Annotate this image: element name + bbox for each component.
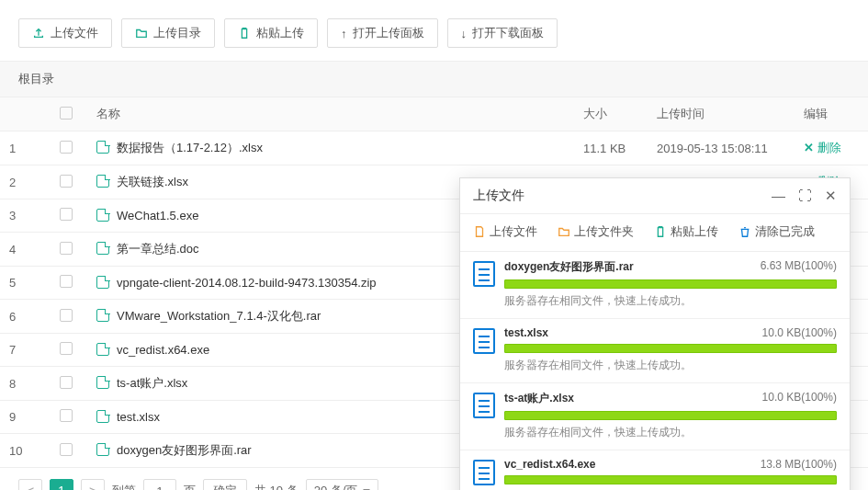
- upload-item: test.xlsx10.0 KB(100%)服务器存在相同文件，快速上传成功。: [460, 319, 850, 383]
- upload-progress-bar: [504, 411, 837, 420]
- file-name: VMware_Workstation_7.1.4-汉化包.rar: [117, 309, 321, 323]
- pager-next-button[interactable]: >: [81, 479, 105, 490]
- file-icon: [96, 343, 109, 356]
- row-checkbox-cell: [51, 233, 87, 267]
- row-name-cell[interactable]: 数据报告（1.17-2.12）.xlsx: [87, 131, 574, 165]
- folder-orange-icon: [558, 225, 570, 238]
- pager-goto-input[interactable]: [143, 479, 176, 490]
- file-icon: [96, 141, 109, 154]
- row-checkbox-cell: [51, 401, 87, 434]
- open-download-panel-button[interactable]: ↓ 打开下载面板: [447, 18, 558, 48]
- upload-item: doxygen友好图形界面.rar6.63 MB(100%)服务器存在相同文件，…: [460, 252, 850, 319]
- upload-item-size: 13.8 MB(100%): [761, 458, 837, 471]
- row-index: 8: [0, 367, 51, 401]
- file-icon: [96, 242, 109, 255]
- breadcrumb-root[interactable]: 根目录: [18, 72, 54, 85]
- pager-prev-button[interactable]: <: [18, 479, 42, 490]
- row-checkbox[interactable]: [60, 376, 73, 389]
- delete-link[interactable]: ✕删除: [804, 141, 841, 154]
- row-checkbox[interactable]: [60, 242, 73, 255]
- upload-item: vc_redist.x64.exe13.8 MB(100%)服务器存在相同文件，…: [460, 450, 850, 490]
- x-icon: ✕: [804, 141, 814, 154]
- document-icon: [473, 328, 495, 354]
- file-name: vpngate-client-2014.08.12-build-9473.130…: [117, 276, 377, 290]
- file-icon: [96, 443, 109, 456]
- col-time-header[interactable]: 上传时间: [648, 97, 795, 131]
- row-op: ✕删除: [795, 131, 868, 165]
- paste-upload-button[interactable]: 粘贴上传: [224, 18, 318, 48]
- row-index: 2: [0, 165, 51, 199]
- open-download-panel-label: 打开下载面板: [472, 25, 544, 41]
- upload-progress-bar: [504, 279, 837, 289]
- upload-dir-label: 上传目录: [153, 25, 201, 41]
- tab-upload-file[interactable]: 上传文件: [473, 223, 537, 240]
- row-checkbox[interactable]: [60, 141, 73, 154]
- select-all-checkbox[interactable]: [60, 107, 73, 120]
- paste-upload-label: 粘贴上传: [256, 25, 304, 41]
- row-checkbox[interactable]: [60, 443, 73, 456]
- pager-total: 共 10 条: [254, 483, 299, 490]
- clipboard-teal-icon: [654, 225, 667, 238]
- tab-paste-upload[interactable]: 粘贴上传: [654, 223, 718, 240]
- tab-upload-folder[interactable]: 上传文件夹: [558, 223, 634, 240]
- upload-item-name: vc_redist.x64.exe: [504, 458, 595, 471]
- file-name: 数据报告（1.17-2.12）.xlsx: [117, 141, 263, 154]
- upload-item-size: 10.0 KB(100%): [762, 391, 837, 406]
- pager-confirm-button[interactable]: 确定: [203, 479, 247, 490]
- toolbar: 上传文件 上传目录 粘贴上传 ↑ 打开上传面板 ↓ 打开下载面板: [0, 0, 868, 61]
- row-size: 11.1 KB: [574, 131, 648, 165]
- col-name-header[interactable]: 名称: [87, 97, 574, 131]
- breadcrumb: 根目录: [0, 61, 868, 97]
- maximize-icon[interactable]: ⛶: [798, 188, 812, 204]
- row-checkbox-cell: [51, 165, 87, 199]
- upload-status-msg: 服务器存在相同文件，快速上传成功。: [504, 425, 837, 440]
- upload-status-msg: 服务器存在相同文件，快速上传成功。: [504, 358, 837, 373]
- table-row: 1数据报告（1.17-2.12）.xlsx11.1 KB2019-05-13 1…: [0, 131, 868, 165]
- upload-dir-button[interactable]: 上传目录: [121, 18, 215, 48]
- arrow-up-icon: ↑: [341, 27, 347, 40]
- table-head: 名称 大小 上传时间 编辑: [0, 97, 868, 131]
- row-checkbox-cell: [51, 434, 87, 468]
- pager-per-page-select[interactable]: 20 条/页: [306, 479, 379, 490]
- open-upload-panel-button[interactable]: ↑ 打开上传面板: [327, 18, 438, 48]
- upload-progress-bar: [504, 344, 837, 353]
- tab-upload-file-label: 上传文件: [490, 223, 537, 240]
- col-size-header[interactable]: 大小: [574, 97, 648, 131]
- upload-panel-body: doxygen友好图形界面.rar6.63 MB(100%)服务器存在相同文件，…: [460, 252, 850, 490]
- row-checkbox-cell: [51, 267, 87, 300]
- row-index: 9: [0, 401, 51, 434]
- row-checkbox[interactable]: [60, 409, 73, 422]
- file-name: test.xlsx: [117, 410, 160, 424]
- row-checkbox-cell: [51, 334, 87, 367]
- upload-panel: 上传文件 — ⛶ ✕ 上传文件 上传文件夹 粘贴上传 清除已完成 doxygen…: [459, 177, 851, 490]
- file-orange-icon: [473, 225, 486, 238]
- tab-clear-done[interactable]: 清除已完成: [738, 223, 815, 240]
- file-name: 第一章总结.doc: [117, 242, 199, 256]
- file-name: doxygen友好图形界面.rar: [117, 443, 252, 457]
- row-checkbox[interactable]: [60, 275, 73, 288]
- row-index: 6: [0, 300, 51, 334]
- document-icon: [473, 393, 495, 418]
- upload-file-button[interactable]: 上传文件: [18, 18, 112, 48]
- upload-item-size: 10.0 KB(100%): [762, 326, 837, 339]
- file-icon: [96, 175, 109, 188]
- row-checkbox[interactable]: [60, 342, 73, 355]
- open-upload-panel-label: 打开上传面板: [353, 25, 424, 41]
- tab-clear-done-label: 清除已完成: [755, 223, 815, 240]
- file-icon: [96, 410, 109, 423]
- upload-panel-header[interactable]: 上传文件 — ⛶ ✕: [460, 178, 850, 214]
- minimize-icon[interactable]: —: [772, 188, 785, 204]
- document-icon: [473, 261, 495, 287]
- row-checkbox[interactable]: [60, 309, 73, 322]
- upload-icon: [32, 27, 45, 40]
- pager-current-page[interactable]: 1: [50, 479, 73, 490]
- row-checkbox[interactable]: [60, 175, 73, 188]
- upload-file-label: 上传文件: [51, 25, 98, 41]
- close-icon[interactable]: ✕: [825, 188, 837, 204]
- row-checkbox[interactable]: [60, 208, 73, 221]
- upload-item-name: doxygen友好图形界面.rar: [504, 259, 634, 275]
- file-icon: [96, 209, 109, 222]
- file-name: vc_redist.x64.exe: [117, 343, 209, 357]
- col-checkbox-header: [51, 97, 87, 131]
- col-index-header: [0, 97, 51, 131]
